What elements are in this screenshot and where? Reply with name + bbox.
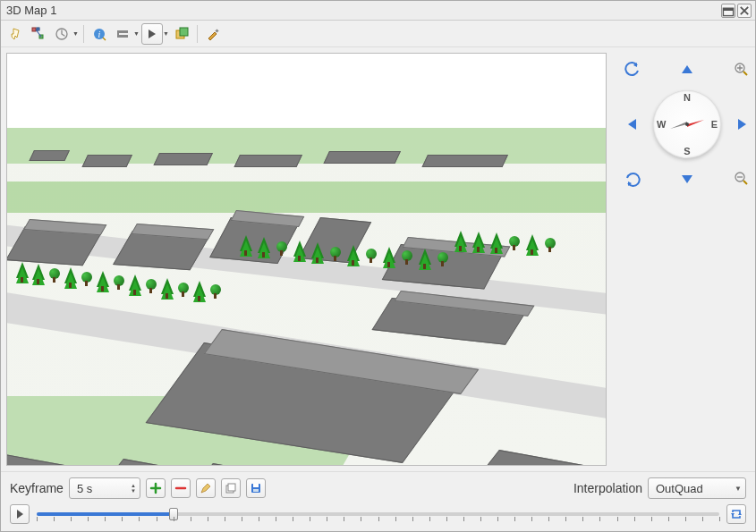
svg-marker-15	[687, 120, 704, 127]
select-nodes-button[interactable]	[28, 23, 49, 45]
interpolation-value: OutQuad	[656, 482, 703, 495]
svg-rect-13	[215, 29, 218, 32]
tilt-down-button[interactable]	[677, 169, 697, 189]
svg-rect-22	[253, 484, 259, 487]
duplicate-keyframe-button[interactable]	[221, 478, 241, 498]
repeat-button[interactable]	[726, 504, 746, 524]
navigation-panel: N S E W	[612, 47, 755, 471]
svg-rect-4	[37, 28, 39, 30]
animation-bar: Keyframe 5 s ▲▼ Interpolation	[1, 471, 755, 531]
fly-speed-button[interactable]	[51, 23, 72, 45]
play-button[interactable]	[10, 504, 30, 524]
svg-rect-1	[723, 8, 733, 11]
spin-down-icon[interactable]: ▼	[131, 488, 136, 494]
interpolation-select[interactable]: OutQuad ▼	[648, 477, 746, 499]
svg-rect-12	[180, 28, 188, 36]
close-button[interactable]	[737, 4, 752, 18]
separator	[197, 25, 198, 43]
zoom-out-button[interactable]	[732, 169, 752, 189]
svg-rect-2	[32, 28, 36, 31]
tilt-up-button[interactable]	[677, 60, 697, 80]
edit-keyframe-button[interactable]	[196, 478, 216, 498]
rotate-button[interactable]	[623, 169, 642, 189]
3d-canvas[interactable]	[6, 53, 607, 466]
dock-button[interactable]	[721, 4, 735, 18]
time-slider[interactable]	[37, 506, 719, 522]
camera-control-button[interactable]	[4, 23, 26, 45]
dropdown-indicator-icon: ▼	[133, 30, 140, 37]
compass-north-label: N	[684, 92, 691, 103]
svg-rect-9	[119, 35, 128, 38]
interpolation-label: Interpolation	[573, 481, 642, 495]
svg-rect-23	[253, 489, 259, 492]
compass-west-label: W	[657, 119, 666, 130]
measure-button[interactable]	[112, 23, 133, 45]
export-button[interactable]	[171, 23, 192, 45]
save-animation-button[interactable]	[246, 478, 266, 498]
svg-rect-10	[117, 30, 119, 38]
pan-left-button[interactable]	[623, 114, 642, 134]
svg-text:i: i	[98, 30, 101, 39]
keyframe-time-value: 5 s	[77, 482, 92, 495]
toolbar: ▼ i ▼ ▼	[1, 21, 755, 47]
dropdown-indicator-icon: ▼	[72, 30, 79, 37]
titlebar: 3D Map 1	[1, 1, 755, 21]
compass-east-label: E	[711, 119, 718, 130]
svg-marker-16	[670, 122, 687, 129]
window-title: 3D Map 1	[6, 4, 719, 17]
pan-right-button[interactable]	[732, 114, 752, 134]
reset-view-button[interactable]	[623, 60, 642, 80]
identify-button[interactable]: i	[89, 23, 110, 45]
add-keyframe-button[interactable]	[146, 478, 166, 498]
options-button[interactable]	[202, 23, 224, 45]
keyframe-label: Keyframe	[10, 481, 64, 495]
compass-south-label: S	[684, 146, 690, 156]
compass-needle-icon	[665, 102, 709, 147]
keyframe-time-input[interactable]: 5 s ▲▼	[69, 477, 140, 499]
compass[interactable]: N S E W	[653, 90, 721, 158]
remove-keyframe-button[interactable]	[171, 478, 191, 498]
chevron-down-icon: ▼	[735, 485, 742, 493]
zoom-in-button[interactable]	[732, 60, 752, 80]
dropdown-indicator-icon: ▼	[163, 30, 169, 37]
svg-point-17	[685, 122, 689, 126]
svg-rect-8	[119, 30, 128, 33]
separator	[83, 25, 84, 43]
animate-button[interactable]	[141, 23, 163, 45]
svg-rect-20	[228, 484, 235, 491]
